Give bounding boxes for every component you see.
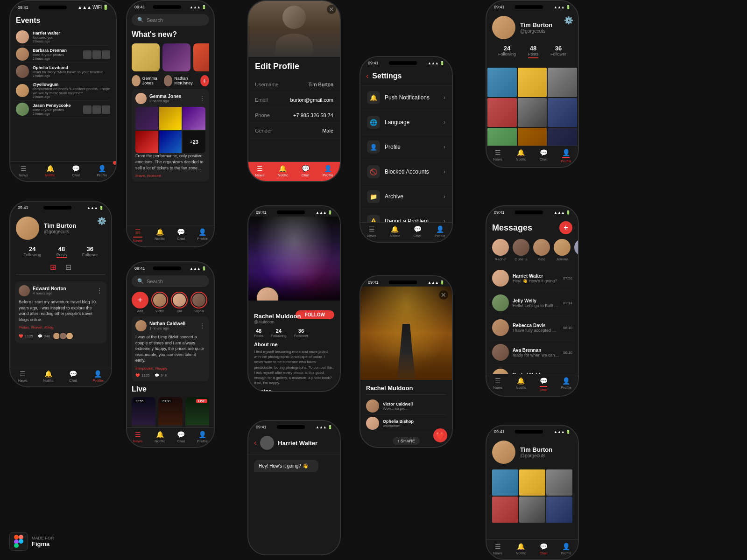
- ptr-nav-chat[interactable]: 💬 Chat: [540, 149, 548, 163]
- settings-push-notifications[interactable]: 🔔 Push Notifications ›: [360, 85, 452, 110]
- nav-news[interactable]: ☰ News: [19, 165, 28, 177]
- story-circle-ola[interactable]: [171, 292, 188, 308]
- photo-tr-6: [548, 98, 577, 127]
- ep-nav-news[interactable]: ☰ News: [255, 165, 264, 177]
- user-post-time: 4 hours ago: [33, 291, 93, 295]
- msg-nav-notific[interactable]: 🔔 Notific: [516, 377, 526, 392]
- settings-nav-profile[interactable]: 👤 Profile: [435, 225, 445, 238]
- message-jelly[interactable]: Jelly Welly Hello! Let's go to Ball! let…: [490, 291, 574, 315]
- stat-following: 24 Following: [498, 45, 516, 58]
- msg-nav-profile[interactable]: 👤 Profile: [561, 377, 571, 392]
- msg-nav-chat[interactable]: 💬 Chat: [540, 377, 548, 392]
- ptr-nav-notific[interactable]: 🔔 Notific: [516, 149, 526, 163]
- up-nav-chat[interactable]: 💬 Chat: [69, 370, 77, 383]
- nav-profile-label-2: Profile: [197, 237, 208, 241]
- settings-blocked[interactable]: 🚫 Blocked Accounts ›: [360, 160, 452, 184]
- events-title: Events: [16, 16, 110, 25]
- search-bar-sl[interactable]: 🔍 Search: [132, 275, 209, 287]
- up-nav-news[interactable]: ☰ News: [18, 370, 28, 383]
- user-profile-info: Tim Burton @gorgecuts: [16, 217, 106, 240]
- gear-icon[interactable]: ⚙️: [564, 16, 573, 25]
- story-add-item[interactable]: + Add: [132, 292, 148, 313]
- contact-jemma[interactable]: Jemma: [554, 239, 571, 261]
- photo-tr-5: [518, 98, 547, 127]
- nav-notific[interactable]: 🔔 Notific: [45, 165, 55, 177]
- sl-nav-profile[interactable]: 👤 Profile: [197, 431, 208, 443]
- close-rachel-btn[interactable]: ✕: [439, 290, 448, 300]
- sbr-nav-notific[interactable]: 🔔 Notific: [516, 543, 526, 555]
- story-thumb-2[interactable]: [162, 43, 190, 71]
- story-item-victor[interactable]: Victor: [151, 292, 168, 313]
- story-item-sophia[interactable]: Sophia: [190, 292, 207, 313]
- message-ava[interactable]: Ava Brennan ready for when we can (safel…: [490, 340, 574, 365]
- heart-icon-2: ❤️: [135, 373, 140, 378]
- story-circle-sophia[interactable]: [190, 292, 207, 308]
- story-item-ola[interactable]: Ola: [171, 292, 188, 313]
- back-button[interactable]: ‹: [366, 72, 368, 80]
- close-button[interactable]: ✕: [327, 5, 336, 14]
- notch-msg: [515, 210, 543, 214]
- notch-rp: [389, 280, 417, 284]
- settings-archive[interactable]: 📁 Archive ›: [360, 184, 452, 209]
- sbr-nav-chat[interactable]: 💬 Chat: [540, 543, 548, 555]
- nav-notific-2[interactable]: 🔔 Notific: [155, 228, 165, 243]
- s-chat-label: Chat: [414, 234, 422, 238]
- ptr-nav-profile[interactable]: 👤 Profile: [561, 149, 571, 163]
- settings-nav-notific[interactable]: 🔔 Notific: [390, 225, 400, 238]
- gender-field[interactable]: Gender Male: [248, 123, 340, 139]
- ptr-profile-icon: 👤: [562, 149, 570, 156]
- add-story-circle[interactable]: +: [132, 292, 148, 308]
- msg-nav-news[interactable]: ☰ News: [493, 377, 502, 392]
- story-thumb-1[interactable]: [132, 43, 160, 71]
- share-button[interactable]: ↑ SHARE: [393, 437, 420, 445]
- profile-icon: 👤: [98, 165, 106, 172]
- contact-ophelia[interactable]: Ophelia: [513, 239, 529, 261]
- tab-grid-icon[interactable]: ⊞: [50, 263, 56, 272]
- sbr-nav-profile[interactable]: 👤 Profile: [561, 543, 571, 555]
- search-bar-news[interactable]: 🔍 Search: [132, 14, 209, 26]
- sl-nav-notific[interactable]: 🔔 Notific: [155, 431, 165, 443]
- settings-nav-news[interactable]: ☰ News: [367, 225, 376, 238]
- post-menu-2[interactable]: ⋮: [199, 322, 205, 329]
- sbr-nav-news[interactable]: ☰ News: [493, 543, 502, 555]
- ep-nav-chat[interactable]: 💬 Chat: [302, 165, 310, 177]
- settings-nav-chat[interactable]: 💬 Chat: [414, 225, 422, 238]
- sl-chat-label: Chat: [177, 439, 185, 443]
- settings-language[interactable]: 🌐 Language ›: [360, 110, 452, 135]
- gear-icon-up[interactable]: ⚙️: [97, 217, 106, 225]
- sl-nav-news[interactable]: ☰ News: [133, 431, 142, 443]
- nav-chat[interactable]: 💬 Chat: [72, 165, 80, 177]
- add-story-btn[interactable]: +: [200, 75, 209, 86]
- tab-list-icon[interactable]: ⊟: [65, 263, 71, 272]
- nav-chat-2[interactable]: 💬 Chat: [177, 228, 185, 243]
- nav-news-2[interactable]: ☰ News: [133, 228, 142, 243]
- ep-nav-profile[interactable]: 👤 Profile: [323, 165, 333, 177]
- suggested-row: Gemma Jones Nathan McKinney +: [132, 75, 209, 86]
- up-nav-profile[interactable]: 👤 Profile: [93, 370, 104, 383]
- message-rebecca[interactable]: Rebecca Davis I have fully accepted my f…: [490, 315, 574, 340]
- rachel-comment-1: Victor Caldwell Wow... so pro...: [366, 398, 446, 415]
- up-nav-notific[interactable]: 🔔 Notific: [43, 370, 53, 383]
- nav-profile[interactable]: 👤 Profile: [97, 165, 107, 177]
- story-thumb-3[interactable]: [193, 43, 209, 71]
- ep-nav-notific[interactable]: 🔔 Notific: [278, 165, 288, 177]
- action-button-rachel[interactable]: ❤️: [433, 428, 447, 442]
- message-harriet[interactable]: Harriet Walter Hey! 👋 How's it going? 07…: [490, 266, 574, 291]
- chat-back-btn[interactable]: ‹: [254, 439, 256, 447]
- new-message-button[interactable]: +: [559, 221, 572, 234]
- sl-nav-chat[interactable]: 💬 Chat: [177, 431, 185, 443]
- sbr-photo-6: [546, 497, 572, 523]
- contact-rachel[interactable]: Rachel: [492, 239, 509, 261]
- settings-profile[interactable]: 👤 Profile ›: [360, 135, 452, 160]
- phone-field[interactable]: Phone +7 985 326 58 74: [248, 108, 340, 123]
- follow-button[interactable]: FOLLOW: [296, 310, 334, 319]
- contact-kate[interactable]: Kate: [533, 239, 550, 261]
- nav-profile-2[interactable]: 👤 Profile: [197, 228, 208, 243]
- user-post-menu[interactable]: ⋮: [96, 287, 103, 294]
- story-circle-victor[interactable]: [151, 292, 168, 308]
- post-menu-icon[interactable]: ⋮: [199, 95, 205, 102]
- username-field[interactable]: Username Tim Burton: [248, 77, 340, 92]
- ptr-nav-news[interactable]: ☰ News: [493, 149, 502, 163]
- contact-thom[interactable]: Thom: [574, 239, 578, 261]
- email-field[interactable]: Email burton@gmail.com: [248, 92, 340, 108]
